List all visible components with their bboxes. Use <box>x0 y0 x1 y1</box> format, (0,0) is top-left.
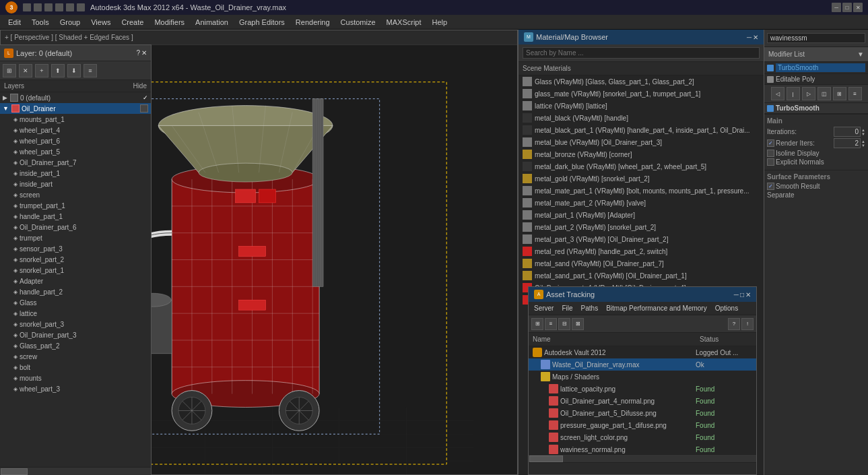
mat-item-5[interactable]: metal_blue (VRayMtl) [Oil_Drainer_part_3… <box>519 136 764 148</box>
asset-tool-1[interactable]: ⊞ <box>531 318 543 330</box>
layer-scroll-thumb[interactable] <box>1 468 28 475</box>
iterations-spinners[interactable]: ▲ ▼ <box>861 128 865 136</box>
iterations-input[interactable] <box>834 127 861 137</box>
layer-item-0[interactable]: ▶ 0 (default) ✓ <box>0 92 151 103</box>
restore-button[interactable]: □ <box>842 3 852 12</box>
mat-item-9[interactable]: metal_mate_part_1 (VRayMtl) [bolt, mount… <box>519 185 764 197</box>
prop-tool-3[interactable]: ▷ <box>802 87 815 100</box>
layer-close-btn[interactable]: ✕ <box>141 49 147 57</box>
layer-tool-3[interactable]: + <box>35 64 48 77</box>
layer-item-screen[interactable]: ◈ screen <box>0 189 151 200</box>
render-iters-spinners[interactable]: ▲ ▼ <box>861 139 865 148</box>
render-iters-input[interactable] <box>834 138 861 148</box>
modifier-item-turbosmooth[interactable]: TurboSmooth <box>764 62 868 74</box>
mat-item-1[interactable]: glass_mate (VRayMtl) [snorkel_part_1, tr… <box>519 88 764 100</box>
asset-row-vault[interactable]: Autodesk Vault 2012 Logged Out ... <box>529 346 756 358</box>
layer-tool-1[interactable]: ⊞ <box>3 64 16 77</box>
asset-row-screen[interactable]: screen_light_color.png Found <box>529 431 756 443</box>
render-iters-checkbox[interactable]: ✓ <box>767 139 774 147</box>
iterations-control[interactable]: ▲ ▼ <box>834 127 865 137</box>
asset-menu-file[interactable]: File <box>559 305 575 312</box>
mat-item-2[interactable]: lattice (VRayMtl) [lattice] <box>519 100 764 112</box>
layer-item-inside[interactable]: ◈ inside_part <box>0 179 151 189</box>
render-iters-control[interactable]: ▲ ▼ <box>834 138 865 148</box>
render-iters-down[interactable]: ▼ <box>861 144 865 148</box>
asset-scroll-thumb[interactable] <box>529 455 563 462</box>
material-search[interactable] <box>519 44 764 62</box>
asset-maximize-btn[interactable]: □ <box>740 291 744 298</box>
mat-item-14[interactable]: metal_red (VRayMtl) [handle_part_2, swit… <box>519 245 764 257</box>
asset-tool-5[interactable]: ? <box>728 318 740 330</box>
menu-rendering[interactable]: Rendering <box>290 17 335 28</box>
layer-tool-6[interactable]: ≡ <box>84 64 97 77</box>
layer-item-trumpet1[interactable]: ◈ trumpet_part_1 <box>0 200 151 211</box>
asset-menu-options[interactable]: Options <box>712 305 741 312</box>
asset-row-oild5[interactable]: Oil_Drainer_part_5_Difusse.png Found <box>529 407 756 419</box>
layer-item-wheelp3[interactable]: ◈ wheel_part_3 <box>0 383 151 394</box>
mat-item-12[interactable]: metal_part_2 (VRayMtl) [snorkel_part_2] <box>519 221 764 233</box>
modifier-item-editable-poly[interactable]: Editable Poly <box>764 74 868 85</box>
prop-tool-2[interactable]: | <box>787 87 800 100</box>
layer-item-lattice[interactable]: ◈ lattice <box>0 308 151 319</box>
layer-item-glassp2[interactable]: ◈ Glass_part_2 <box>0 340 151 351</box>
asset-table-body[interactable]: Autodesk Vault 2012 Logged Out ... Waste… <box>529 346 756 454</box>
layer-vis-oil[interactable] <box>140 104 148 113</box>
modifier-name-turbosmooth[interactable]: TurboSmooth <box>776 63 865 72</box>
layer-list[interactable]: ▶ 0 (default) ✓ ▼ Oil_Drainer ◈ mounts_p… <box>0 92 151 467</box>
layer-item-bolt[interactable]: ◈ bolt <box>0 362 151 373</box>
layer-item-mounts1[interactable]: ◈ mounts_part_1 <box>0 114 151 125</box>
asset-row-oild4[interactable]: Oil_Drainer_part_4_normal.png Found <box>529 395 756 407</box>
layer-help-btn[interactable]: ? <box>136 49 140 57</box>
menu-animation[interactable]: Animation <box>190 17 234 28</box>
asset-row-waviness[interactable]: waviness_normal.png Found <box>529 443 756 454</box>
asset-tool-2[interactable]: ≡ <box>545 318 557 330</box>
layer-item-glass[interactable]: ◈ Glass <box>0 297 151 308</box>
prop-tool-4[interactable]: ◫ <box>817 87 831 100</box>
prop-search-input[interactable] <box>767 33 865 43</box>
layer-tool-4[interactable]: ⬆ <box>51 64 65 77</box>
prop-tool-1[interactable]: ◁ <box>771 87 784 100</box>
asset-tool-6[interactable]: ! <box>741 318 754 330</box>
layer-tool-2[interactable]: ✕ <box>19 64 32 77</box>
mat-item-4[interactable]: metal_black_part_1 (VRayMtl) [handle_par… <box>519 124 764 136</box>
mat-item-7[interactable]: metal_dark_blue (VRayMtl) [wheel_part_2,… <box>519 160 764 172</box>
layer-item-oild6[interactable]: ◈ Oil_Drainer_part_6 <box>0 222 151 232</box>
layer-scroll-x[interactable] <box>0 467 151 475</box>
layer-item-adapter[interactable]: ◈ Adapter <box>0 276 151 286</box>
menu-help[interactable]: Help <box>427 17 453 28</box>
layer-item-oild7[interactable]: ◈ Oil_Drainer_part_7 <box>0 157 151 168</box>
asset-row-maps[interactable]: Maps / Shaders <box>529 371 756 383</box>
mat-item-15[interactable]: metal_sand (VRayMtl) [Oil_Drainer_part_7… <box>519 257 764 270</box>
layer-item-wheel4[interactable]: ◈ wheel_part_4 <box>0 125 151 135</box>
modifier-name-editable-poly[interactable]: Editable Poly <box>776 75 865 83</box>
layer-item-snorkel1[interactable]: ◈ snorkel_part_1 <box>0 265 151 276</box>
layer-item-wheel5[interactable]: ◈ wheel_part_5 <box>0 146 151 157</box>
asset-minimize-btn[interactable]: ─ <box>734 291 739 298</box>
menu-maxscript[interactable]: MAXScript <box>381 17 427 28</box>
prop-tool-6[interactable]: ≡ <box>848 87 862 100</box>
iterations-down[interactable]: ▼ <box>861 132 865 136</box>
mat-close-btn[interactable]: ✕ <box>753 34 758 41</box>
menu-graph-editors[interactable]: Graph Editors <box>234 17 290 28</box>
layer-item-inside1[interactable]: ◈ inside_part_1 <box>0 168 151 179</box>
layer-item-sensor3[interactable]: ◈ sensor_part_3 <box>0 243 151 254</box>
asset-menu-bitmap[interactable]: Bitmap Performance and Memory <box>603 305 710 312</box>
layer-item-trumpet[interactable]: ◈ trumpet <box>0 232 151 243</box>
layer-item-oil[interactable]: ▼ Oil_Drainer <box>0 103 151 114</box>
asset-tool-3[interactable]: ⊟ <box>558 318 570 330</box>
asset-tool-4[interactable]: ⊠ <box>572 318 584 330</box>
mat-item-13[interactable]: metal_part_3 (VRayMtl) [Oil_Drainer_part… <box>519 233 764 245</box>
layer-item-handle2[interactable]: ◈ handle_part_2 <box>0 286 151 297</box>
prop-tool-5[interactable]: ⊞ <box>833 87 846 100</box>
asset-menu-server[interactable]: Server <box>531 305 556 312</box>
asset-row-maxfile[interactable]: Waste_Oil_Drainer_vray.max Ok <box>529 358 756 371</box>
asset-scrollbar[interactable] <box>529 454 756 462</box>
mat-item-11[interactable]: metal_part_1 (VRayMtl) [Adapter] <box>519 209 764 221</box>
asset-row-lattice[interactable]: lattice_opacity.png Found <box>529 383 756 395</box>
menu-group[interactable]: Group <box>55 17 86 28</box>
layer-item-mounts[interactable]: ◈ mounts <box>0 373 151 383</box>
layer-item-snorkel2[interactable]: ◈ snorkel_part_2 <box>0 254 151 265</box>
menu-modifiers[interactable]: Modifiers <box>149 17 190 28</box>
layer-item-handle1[interactable]: ◈ handle_part_1 <box>0 211 151 222</box>
mat-item-16[interactable]: metal_sand_part_1 (VRayMtl) [Oil_Drainer… <box>519 270 764 282</box>
